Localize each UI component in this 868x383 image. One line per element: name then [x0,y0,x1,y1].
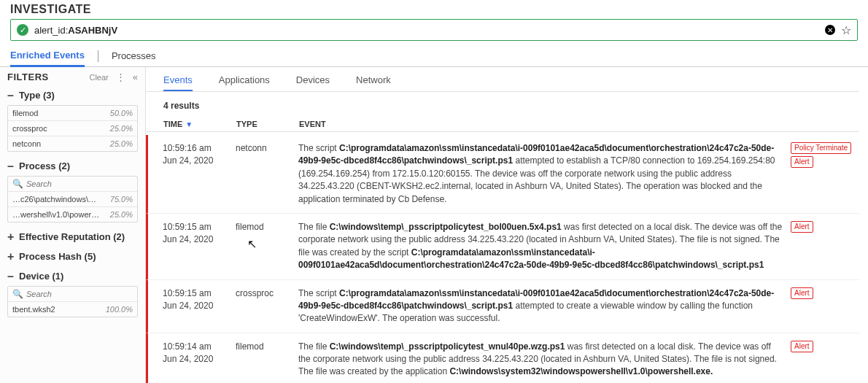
cell-tags: Alert [791,287,855,325]
cell-type: filemod [236,341,298,379]
search-query[interactable]: alert_id:ASAHBNjV [34,25,819,36]
sub-tabs: Events Applications Devices Network [146,67,859,92]
tab-enriched-events[interactable]: Enriched Events [10,45,85,67]
filter-group-reputation: Effective Reputation (2) [7,231,138,242]
filter-head-type[interactable]: Type (3) [7,90,138,101]
filter-row[interactable]: tbent.wksh2100.0% [8,302,137,317]
sort-desc-icon: ▼ [185,120,193,128]
search-icon: 🔍 [12,179,23,189]
table-header: TIME▼ TYPE EVENT [146,118,859,132]
cell-tags: Policy Terminate Alert [791,142,855,206]
clear-icon[interactable]: ✕ [825,25,835,35]
collapse-icon[interactable]: « [133,71,138,82]
cell-event: The file C:\windows\temp\_psscriptpolicy… [298,341,791,379]
filter-head-process[interactable]: Process (2) [7,160,138,171]
tag-alert: Alert [791,221,813,233]
filter-head-device[interactable]: Device (1) [7,271,138,282]
filter-head-hash[interactable]: Process Hash (5) [7,251,138,262]
sub-tab-events[interactable]: Events [163,74,193,91]
cell-tags: Alert [791,341,855,379]
filters-sidebar: FILTERS Clear ⋮ « Type (3) filemod50.0% … [0,67,146,383]
result-count: 4 results [146,92,859,118]
table-row[interactable]: 10:59:14 amJun 24, 2020 filemod The file… [146,333,859,383]
filter-search-input[interactable] [26,179,133,188]
col-time[interactable]: TIME▼ [163,120,236,128]
filter-row[interactable]: crossproc25.0% [8,121,137,136]
cell-type: crossproc [236,287,298,325]
cell-event: The script C:\programdata\amazon\ssm\ins… [298,287,791,325]
filter-group-device: Device (1) 🔍 tbent.wksh2100.0% [7,271,138,317]
filter-row[interactable]: netconn25.0% [8,136,137,151]
filter-group-hash: Process Hash (5) [7,251,138,262]
col-event[interactable]: EVENT [299,120,795,128]
cell-event: The file C:\windows\temp\_psscriptpolicy… [298,221,791,272]
table-row[interactable]: 10:59:15 amJun 24, 2020 filemod The file… [146,214,859,280]
table-row[interactable]: 10:59:15 amJun 24, 2020 crossproc The sc… [146,280,859,333]
tag-policy-terminate: Policy Terminate [791,142,851,154]
tag-alert: Alert [791,287,813,299]
table-row[interactable]: 10:59:16 amJun 24, 2020 netconn The scri… [146,135,859,214]
filter-search-device[interactable]: 🔍 [8,287,137,302]
cell-time: 10:59:15 amJun 24, 2020 [163,287,236,325]
main-tabs: Enriched Events Processes [0,45,868,67]
cell-type: filemod [236,221,298,272]
col-type[interactable]: TYPE [236,120,299,128]
kebab-icon[interactable]: ⋮ [116,71,125,82]
results-area: Events Applications Devices Network 4 re… [146,67,868,383]
search-field: alert_id: [34,25,68,36]
sub-tab-applications[interactable]: Applications [219,74,270,91]
filter-row[interactable]: …wershell\v1.0\powershell.exe25.0% [8,207,137,222]
cell-type: netconn [236,142,298,206]
filter-search-input[interactable] [26,290,133,298]
clear-filters[interactable]: Clear [89,73,108,82]
page-title: INVESTIGATE [0,0,868,18]
tab-separator [98,50,98,62]
search-value: ASAHBNjV [68,25,117,36]
sub-tab-devices[interactable]: Devices [296,74,330,91]
filter-head-reputation[interactable]: Effective Reputation (2) [7,231,138,242]
cell-tags: Alert [791,221,855,272]
cell-time: 10:59:15 amJun 24, 2020 [163,221,236,272]
filter-row[interactable]: filemod50.0% [8,106,137,121]
check-icon: ✓ [17,24,28,36]
cell-time: 10:59:14 amJun 24, 2020 [163,341,236,379]
sub-tab-network[interactable]: Network [356,74,391,91]
filter-group-process: Process (2) 🔍 …c26\patchwindows\_script.… [7,160,138,223]
search-bar[interactable]: ✓ alert_id:ASAHBNjV ✕ ☆ [10,19,858,41]
filters-title: FILTERS [7,71,49,82]
filter-search-process[interactable]: 🔍 [8,177,137,192]
cell-event: The script C:\programdata\amazon\ssm\ins… [298,142,791,206]
tab-processes[interactable]: Processes [112,45,156,67]
search-icon: 🔍 [12,289,23,299]
tag-alert: Alert [791,341,813,352]
star-icon[interactable]: ☆ [841,23,851,37]
tag-alert: Alert [791,156,813,168]
cell-time: 10:59:16 amJun 24, 2020 [163,142,236,206]
filter-group-type: Type (3) filemod50.0% crossproc25.0% net… [7,90,138,152]
filter-row[interactable]: …c26\patchwindows\_script.ps175.0% [8,192,137,207]
